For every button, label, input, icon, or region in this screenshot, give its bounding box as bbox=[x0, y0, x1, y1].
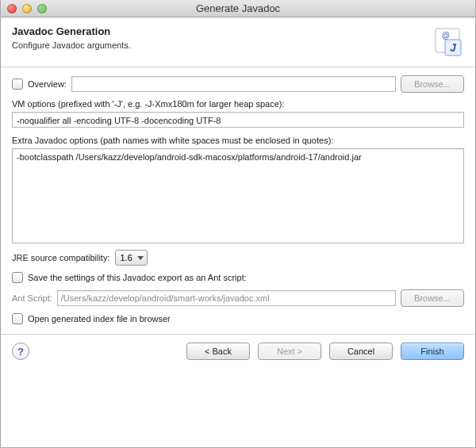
extra-options-label: Extra Javadoc options (path names with w… bbox=[12, 136, 464, 145]
minimize-icon[interactable] bbox=[22, 4, 32, 13]
page-subtitle: Configure Javadoc arguments. bbox=[12, 40, 131, 50]
ant-script-label: Ant Script: bbox=[12, 293, 52, 303]
dialog-header: Javadoc Generation Configure Javadoc arg… bbox=[1, 17, 475, 67]
save-ant-checkbox[interactable] bbox=[12, 272, 23, 283]
ant-script-input bbox=[57, 290, 396, 306]
overview-checkbox[interactable] bbox=[12, 78, 23, 90]
zoom-icon[interactable] bbox=[37, 4, 47, 13]
finish-button[interactable]: Finish bbox=[401, 343, 464, 360]
help-icon: ? bbox=[17, 346, 24, 358]
chevron-down-icon bbox=[137, 256, 144, 260]
button-bar: ? < Back Next > Cancel Finish bbox=[1, 335, 475, 371]
help-button[interactable]: ? bbox=[12, 343, 29, 360]
vm-options-input[interactable] bbox=[12, 112, 464, 128]
open-index-row: Open generated index file in browser bbox=[12, 313, 464, 324]
overview-row: Overview: Browse... bbox=[12, 75, 464, 93]
javadoc-icon: @ J bbox=[432, 25, 464, 57]
jre-label: JRE source compatibility: bbox=[12, 253, 110, 262]
open-index-checkbox[interactable] bbox=[12, 313, 23, 324]
close-icon[interactable] bbox=[7, 4, 17, 13]
ant-script-browse-button: Browse... bbox=[401, 289, 464, 307]
svg-text:@: @ bbox=[442, 31, 450, 40]
cancel-button[interactable]: Cancel bbox=[329, 343, 393, 360]
save-ant-label: Save the settings of this Javadoc export… bbox=[28, 273, 247, 282]
open-index-label: Open generated index file in browser bbox=[28, 314, 171, 324]
back-button[interactable]: < Back bbox=[186, 343, 250, 360]
vm-options-label: VM options (prefixed with '-J', e.g. -J-… bbox=[12, 99, 464, 109]
save-ant-row: Save the settings of this Javadoc export… bbox=[12, 272, 464, 283]
header-text: Javadoc Generation Configure Javadoc arg… bbox=[12, 25, 131, 50]
overview-input[interactable] bbox=[71, 76, 396, 92]
window-controls bbox=[1, 4, 47, 13]
extra-options-input[interactable] bbox=[12, 148, 464, 243]
next-button: Next > bbox=[258, 343, 321, 360]
titlebar: Generate Javadoc bbox=[1, 0, 475, 17]
jre-select[interactable]: 1.6 bbox=[115, 250, 148, 266]
overview-browse-button[interactable]: Browse... bbox=[401, 75, 464, 93]
ant-script-row: Ant Script: Browse... bbox=[12, 289, 464, 307]
overview-label: Overview: bbox=[28, 79, 67, 89]
jre-select-value: 1.6 bbox=[121, 253, 132, 262]
svg-text:J: J bbox=[450, 41, 457, 54]
window-title: Generate Javadoc bbox=[1, 2, 475, 14]
dialog-content: Overview: Browse... VM options (prefixed… bbox=[1, 67, 475, 324]
jre-row: JRE source compatibility: 1.6 bbox=[12, 250, 464, 266]
button-row: < Back Next > Cancel Finish bbox=[186, 343, 464, 360]
page-title: Javadoc Generation bbox=[12, 25, 131, 37]
dialog-window: Generate Javadoc Javadoc Generation Conf… bbox=[0, 0, 476, 448]
